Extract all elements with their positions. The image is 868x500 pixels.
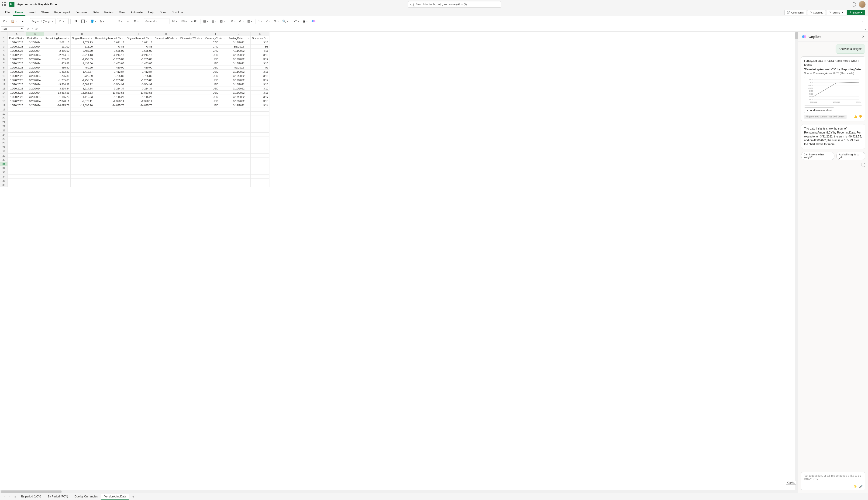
decrease-decimal-button[interactable]: .00→ [180, 18, 188, 24]
cell[interactable] [125, 154, 153, 158]
cell[interactable] [26, 183, 44, 187]
cell[interactable] [204, 116, 227, 120]
cell[interactable] [26, 133, 44, 137]
cell[interactable] [26, 124, 44, 128]
cell[interactable] [179, 179, 204, 183]
cell[interactable]: 3/20/2024 [26, 49, 44, 53]
vertical-scrollbar[interactable] [795, 32, 798, 490]
cell[interactable]: 10/20/2023 [8, 99, 26, 103]
cell[interactable] [153, 78, 179, 82]
cell[interactable] [179, 158, 204, 162]
mic-icon[interactable]: 🎤 [859, 485, 863, 488]
cell[interactable] [26, 141, 44, 145]
cell[interactable] [153, 112, 179, 116]
wrap-text-button[interactable]: ↩ [125, 18, 132, 24]
cell[interactable] [70, 116, 94, 120]
sheet-tab-by-period-lcy-[interactable]: By period (LCY) [19, 494, 44, 500]
cell[interactable]: -2,378.11 [94, 99, 125, 103]
cell[interactable] [8, 124, 26, 128]
filter-dropdown-icon[interactable] [248, 38, 249, 39]
cell[interactable]: -1,115.23 [94, 95, 125, 99]
app-launcher-icon[interactable] [2, 2, 7, 7]
cell[interactable] [250, 183, 269, 187]
cell[interactable] [94, 128, 125, 133]
cell[interactable] [94, 170, 125, 174]
cell[interactable] [179, 103, 204, 107]
column-header-G[interactable]: G [153, 32, 179, 36]
cell[interactable] [125, 133, 153, 137]
spreadsheet-grid[interactable]: ABCDEFGHIJK1PeriodStartPeriodEndRemainin… [0, 32, 795, 490]
row-header-17[interactable]: 17 [0, 103, 8, 107]
cell[interactable] [8, 183, 26, 187]
cell[interactable] [250, 112, 269, 116]
sort-filter-button[interactable]: ⇅ [273, 18, 280, 24]
copilot-input[interactable]: Ask a question, or tell me what you'd li… [801, 472, 865, 490]
row-header-8[interactable]: 8 [0, 66, 8, 70]
close-pane-button[interactable]: ✕ [862, 35, 865, 38]
cell[interactable]: -1,255.89 [44, 57, 71, 61]
cell[interactable] [8, 179, 26, 183]
cell[interactable]: USD [204, 87, 227, 91]
cell[interactable] [153, 116, 179, 120]
cell[interactable] [44, 133, 71, 137]
cell[interactable]: 3/15/2022 [227, 61, 250, 66]
cell[interactable]: 3/20/2024 [26, 91, 44, 95]
ribbon-tab-script-lab[interactable]: Script Lab [169, 9, 187, 16]
cell[interactable]: 3/13/2022 [227, 99, 250, 103]
table-header-cell[interactable]: RemainingAmountLCY [94, 36, 125, 40]
row-header-26[interactable]: 26 [0, 141, 8, 145]
cell[interactable] [250, 158, 269, 162]
accept-formula-icon[interactable]: ✓ [31, 27, 34, 31]
cell[interactable]: -1,255.89 [44, 78, 71, 82]
cell[interactable] [250, 124, 269, 128]
cell[interactable] [70, 149, 94, 154]
cell[interactable]: -2,214.13 [94, 53, 125, 57]
addins-button[interactable]: ▣ [302, 18, 309, 24]
cell[interactable] [250, 141, 269, 145]
cell[interactable] [179, 128, 204, 133]
cell[interactable]: -3,584.92 [94, 82, 125, 87]
cancel-formula-icon[interactable]: ✕ [27, 27, 30, 31]
cell[interactable] [153, 49, 179, 53]
cell[interactable] [227, 166, 250, 170]
row-header-10[interactable]: 10 [0, 74, 8, 78]
cell[interactable]: -3,214.34 [70, 87, 94, 91]
table-header-cell[interactable]: DocumentD [250, 36, 269, 40]
font-color-button[interactable]: A [99, 18, 105, 24]
cell[interactable] [125, 149, 153, 154]
row-header-9[interactable]: 9 [0, 70, 8, 74]
cell[interactable] [70, 133, 94, 137]
cell[interactable] [125, 137, 153, 141]
cell[interactable]: -725.89 [70, 74, 94, 78]
cell[interactable] [8, 174, 26, 179]
cell[interactable]: -2,071.13 [70, 40, 94, 45]
row-header-11[interactable]: 11 [0, 78, 8, 82]
search-input[interactable]: Search for tools, help, and more (Alt + … [408, 1, 501, 8]
cell[interactable] [227, 145, 250, 149]
cell[interactable] [227, 116, 250, 120]
cell[interactable] [250, 154, 269, 158]
cell[interactable] [8, 107, 26, 112]
cell[interactable] [26, 166, 44, 170]
cell[interactable]: 3/20/2024 [26, 87, 44, 91]
cell[interactable] [26, 162, 44, 166]
cell[interactable] [125, 107, 153, 112]
table-header-cell[interactable]: OriginalAmountLCY [125, 36, 153, 40]
row-header-35[interactable]: 35 [0, 179, 8, 183]
cell[interactable] [125, 124, 153, 128]
cell[interactable] [26, 154, 44, 158]
cell[interactable]: 3/10/2022 [227, 53, 250, 57]
cell[interactable]: -2,071.13 [44, 40, 71, 45]
cell[interactable]: 3/10 [250, 53, 269, 57]
sheet-tab-by-period-fcy-[interactable]: By Period (FCY) [45, 494, 71, 500]
cell[interactable] [204, 133, 227, 137]
currency-button[interactable]: $€ [171, 18, 178, 24]
column-header-F[interactable]: F [125, 32, 153, 36]
cell[interactable] [153, 120, 179, 124]
cell[interactable] [204, 107, 227, 112]
cell[interactable]: CAD [204, 49, 227, 53]
cell[interactable] [44, 174, 71, 179]
table-header-cell[interactable]: Dimension1Code [153, 36, 179, 40]
cell[interactable] [179, 183, 204, 187]
cell[interactable]: -1,115.23 [70, 95, 94, 99]
